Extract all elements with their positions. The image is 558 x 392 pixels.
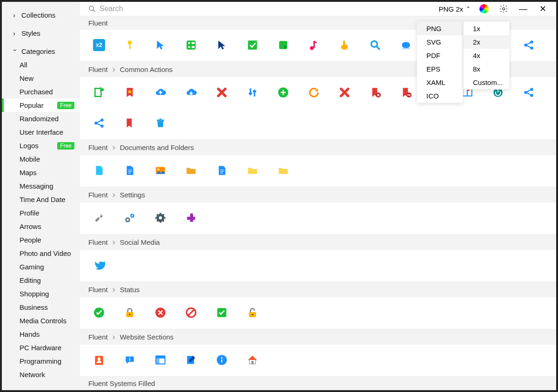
note-icon[interactable] xyxy=(276,38,290,52)
error-circle-icon[interactable] xyxy=(153,306,167,320)
file-blank-icon[interactable] xyxy=(92,163,106,177)
breadcrumb-part[interactable]: Fluent xyxy=(88,191,108,199)
sidebar-item-popular[interactable]: PopularFree xyxy=(2,98,80,112)
sidebar-item-profile[interactable]: Profile xyxy=(2,206,80,220)
breadcrumb-part[interactable]: Status xyxy=(120,286,140,294)
stamp-icon[interactable] xyxy=(399,38,413,52)
unlock-icon[interactable] xyxy=(246,306,259,320)
size-option-custom[interactable]: Custom... xyxy=(464,76,509,89)
file-text-icon[interactable] xyxy=(123,163,137,177)
sidebar-item-hands[interactable]: Hands xyxy=(2,327,80,341)
breadcrumb-part[interactable]: Fluent xyxy=(88,333,108,341)
close-button[interactable]: ✕ xyxy=(538,4,548,14)
rotate-icon[interactable] xyxy=(307,85,321,99)
breadcrumb-part[interactable]: Settings xyxy=(120,191,145,199)
sidebar-item-maps[interactable]: Maps xyxy=(2,166,80,179)
x-close-icon[interactable] xyxy=(215,85,229,99)
swap-icon[interactable] xyxy=(246,85,259,99)
format-dropdown-button[interactable]: PNG 2x ⌃ xyxy=(435,3,474,15)
breadcrumb-part[interactable]: Fluent xyxy=(88,286,108,294)
breadcrumb-part[interactable]: Fluent xyxy=(88,238,108,246)
checkbox-select-icon[interactable] xyxy=(246,38,259,52)
sidebar-item-network[interactable]: Network xyxy=(2,368,80,381)
sidebar-item-people[interactable]: People xyxy=(2,233,80,247)
bookmark-icon[interactable] xyxy=(123,116,137,130)
breadcrumb-part[interactable]: Fluent Systems Filled xyxy=(88,379,155,387)
share-icon[interactable] xyxy=(92,116,106,130)
bookmark-minus-icon[interactable] xyxy=(399,85,413,99)
sidebar-item-pc-hardware[interactable]: PC Hardware xyxy=(2,341,80,354)
folder-alt-icon[interactable] xyxy=(276,163,290,177)
add-circle-icon[interactable] xyxy=(276,85,290,99)
size-option-1x[interactable]: 1x xyxy=(464,22,509,35)
breadcrumb-part[interactable]: Documents and Folders xyxy=(120,144,194,151)
hand-point-icon[interactable] xyxy=(338,38,352,52)
wrench-icon[interactable] xyxy=(92,211,106,225)
sidebar-item-randomized[interactable]: Randomized xyxy=(2,112,80,125)
bookmark-star-icon[interactable] xyxy=(123,85,137,99)
breadcrumb-part[interactable]: Fluent xyxy=(88,19,108,27)
share-alt-icon[interactable] xyxy=(522,38,536,52)
minimize-button[interactable]: — xyxy=(518,4,528,14)
sidebar-item-all[interactable]: All xyxy=(2,58,80,72)
trash-icon[interactable] xyxy=(153,116,167,130)
search-input[interactable] xyxy=(100,5,286,13)
sidebar-item-gaming[interactable]: Gaming xyxy=(2,260,80,274)
twitter-icon[interactable] xyxy=(92,258,106,272)
gears-icon[interactable] xyxy=(123,211,137,225)
size-option-2x[interactable]: 2x xyxy=(464,35,509,49)
info-circle-icon[interactable] xyxy=(215,353,229,367)
sidebar-item-purchased[interactable]: Purchased xyxy=(2,85,80,98)
check-circle-icon[interactable] xyxy=(92,306,106,320)
image-icon[interactable] xyxy=(153,163,167,177)
folder-open-icon[interactable] xyxy=(184,163,198,177)
cursor-dark-icon[interactable] xyxy=(215,38,229,52)
export-icon[interactable] xyxy=(92,85,106,99)
sidebar-item-user-interface[interactable]: User Interface xyxy=(2,125,80,139)
size-option-8x[interactable]: 8x xyxy=(464,62,509,76)
sidebar-item-media-controls[interactable]: Media Controls xyxy=(2,314,80,327)
cursor-blue-icon[interactable] xyxy=(153,38,167,52)
sidebar-categories[interactable]: › Categories xyxy=(2,45,80,58)
chat-info-icon[interactable] xyxy=(123,353,137,367)
color-wheel-button[interactable] xyxy=(479,4,489,14)
sidebar-item-business[interactable]: Business xyxy=(2,301,80,314)
bookmark-x-icon[interactable] xyxy=(368,85,382,99)
home-icon[interactable] xyxy=(246,353,259,367)
block-icon[interactable] xyxy=(184,306,198,320)
music-note-icon[interactable] xyxy=(307,38,321,52)
key-icon[interactable] xyxy=(123,38,137,52)
sidebar-styles[interactable]: › Styles xyxy=(2,26,80,40)
sidebar-item-arrows[interactable]: Arrows xyxy=(2,220,80,233)
format-option-xaml[interactable]: XAML xyxy=(417,76,463,89)
breadcrumb-part[interactable]: Fluent xyxy=(88,144,108,151)
sidebar-item-logos[interactable]: LogosFree xyxy=(2,139,80,152)
breadcrumb-part[interactable]: Website Sections xyxy=(120,333,174,341)
sidebar-item-programming[interactable]: Programming xyxy=(2,354,80,368)
contact-card-icon[interactable] xyxy=(92,353,106,367)
sidebar-item-editing[interactable]: Editing xyxy=(2,274,80,287)
x2-badge-icon[interactable]: x2 xyxy=(92,38,106,52)
layout-icon[interactable] xyxy=(153,353,167,367)
sidebar-item-shopping[interactable]: Shopping xyxy=(2,287,80,301)
sidebar-item-messaging[interactable]: Messaging xyxy=(2,179,80,193)
x-cursor-icon[interactable] xyxy=(338,85,352,99)
cloud-upload-icon[interactable] xyxy=(153,85,167,99)
cloud-download-icon[interactable] xyxy=(184,85,198,99)
sidebar-item-time-and-date[interactable]: Time And Date xyxy=(2,193,80,206)
format-option-ico[interactable]: ICO xyxy=(417,89,463,103)
format-option-svg[interactable]: SVG xyxy=(417,35,463,49)
breadcrumb-part[interactable]: Social Media xyxy=(120,238,160,246)
sidebar-collections[interactable]: › Collections xyxy=(2,8,80,22)
gear-icon[interactable] xyxy=(153,211,167,225)
size-option-4x[interactable]: 4x xyxy=(464,49,509,62)
board-icon[interactable] xyxy=(184,38,198,52)
sidebar-item-mobile[interactable]: Mobile xyxy=(2,152,80,166)
breadcrumb-part[interactable]: Fluent xyxy=(88,65,108,73)
sidebar-item-new[interactable]: New xyxy=(2,72,80,85)
format-option-eps[interactable]: EPS xyxy=(417,62,463,76)
check-square-icon[interactable] xyxy=(215,306,229,320)
breadcrumb-part[interactable]: Common Actions xyxy=(120,65,173,73)
share-net-icon[interactable] xyxy=(522,85,536,99)
format-option-png[interactable]: PNG xyxy=(417,22,463,35)
